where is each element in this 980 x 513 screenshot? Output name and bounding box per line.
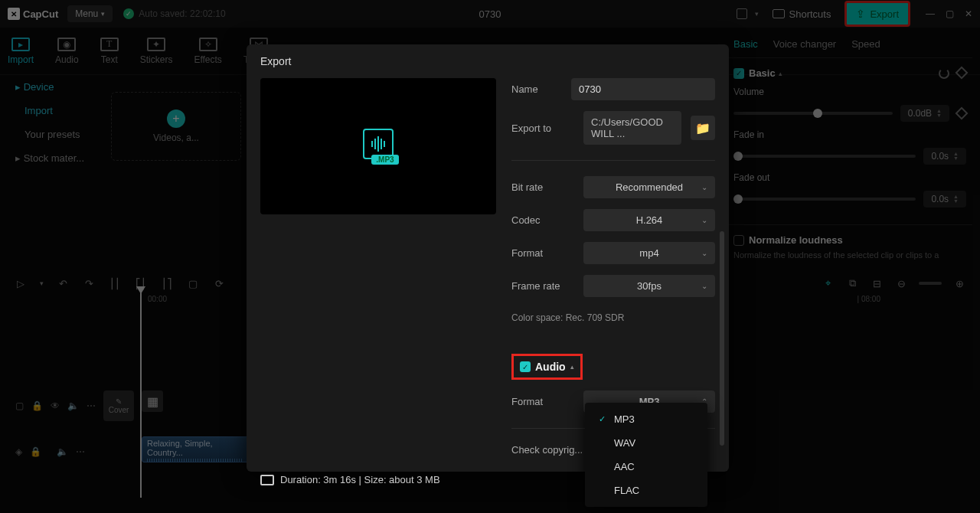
option-mp3[interactable]: ✓MP3 bbox=[585, 407, 707, 431]
export-preview: .MP3 bbox=[260, 78, 496, 214]
exportto-label: Export to bbox=[511, 123, 574, 134]
folder-button[interactable]: 📁 bbox=[691, 116, 715, 140]
audio-format-dropdown: ✓MP3 WAV AAC FLAC bbox=[585, 403, 707, 507]
modal-scrollbar[interactable] bbox=[720, 231, 724, 446]
exportto-path: C:/Users/GOOD WILL ... bbox=[583, 111, 681, 145]
vformat-select[interactable]: mp4⌄ bbox=[583, 242, 715, 264]
bitrate-select[interactable]: Recommended⌄ bbox=[583, 176, 715, 198]
name-input[interactable] bbox=[571, 78, 715, 100]
framerate-select[interactable]: 30fps⌄ bbox=[583, 275, 715, 297]
audio-section-toggle[interactable]: ✓ Audio ▴ bbox=[511, 354, 583, 380]
audio-checkbox[interactable]: ✓ bbox=[520, 361, 531, 372]
option-aac[interactable]: AAC bbox=[585, 455, 707, 479]
bitrate-label: Bit rate bbox=[511, 181, 574, 193]
vformat-label: Format bbox=[511, 247, 574, 259]
film-icon bbox=[260, 475, 274, 485]
option-wav[interactable]: WAV bbox=[585, 431, 707, 455]
framerate-label: Frame rate bbox=[511, 280, 574, 292]
export-modal: Export .MP3 Name Export to C:/Users/GOOD… bbox=[247, 44, 729, 472]
name-label: Name bbox=[511, 83, 562, 95]
colorspace-text: Color space: Rec. 709 SDR bbox=[511, 312, 715, 323]
codec-select[interactable]: H.264⌄ bbox=[583, 209, 715, 231]
modal-title: Export bbox=[247, 44, 729, 78]
option-flac[interactable]: FLAC bbox=[585, 479, 707, 502]
codec-label: Codec bbox=[511, 214, 574, 226]
aformat-label: Format bbox=[511, 396, 574, 407]
